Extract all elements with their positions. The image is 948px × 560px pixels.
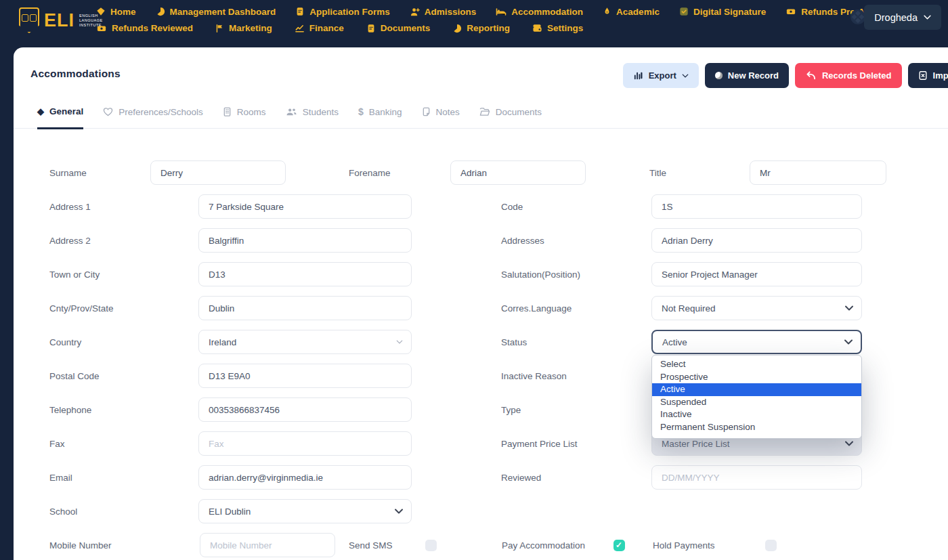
logo-abbr: ELI [44, 12, 74, 30]
address2-label: Address 2 [49, 236, 198, 246]
undo-arrow-icon [805, 70, 817, 81]
status-option-active[interactable]: Active [652, 383, 861, 396]
nav-row-1: Home Management Dashboard Application Fo… [96, 6, 898, 17]
form-file-icon [295, 7, 305, 16]
surname-input[interactable] [150, 160, 286, 185]
payment-price-list-label: Payment Price List [501, 439, 651, 449]
county-input[interactable] [198, 296, 412, 320]
tab-notes[interactable]: Notes [422, 105, 460, 128]
export-button[interactable]: Export [623, 63, 699, 88]
bed-icon [496, 6, 507, 17]
note-icon [422, 107, 431, 116]
diamond-icon: ◆ [37, 107, 44, 116]
forename-input[interactable] [450, 160, 586, 185]
chevron-down-icon [845, 305, 853, 311]
nav-item-marketing[interactable]: Marketing [215, 23, 272, 33]
nav-item-digital-signature[interactable]: Digital Signature [679, 7, 766, 17]
people-icon [286, 107, 297, 116]
heart-icon [103, 107, 113, 116]
chevron-down-icon [395, 509, 403, 514]
chevron-down-icon [682, 74, 689, 78]
tab-banking[interactable]: $ Banking [358, 105, 402, 128]
banknote-icon [96, 24, 107, 33]
app-grid-icon[interactable] [850, 9, 865, 24]
address1-label: Address 1 [49, 202, 198, 212]
flag-icon [215, 24, 224, 33]
status-option-suspended[interactable]: Suspended [652, 396, 861, 409]
reviewed-label: Reviewed [501, 473, 651, 483]
dollar-icon: $ [358, 106, 364, 117]
nav-item-refunds-reviewed[interactable]: Refunds Reviewed [96, 23, 193, 33]
hold-payments-label: Hold Payments [653, 540, 765, 551]
nav-row-2: Refunds Reviewed Marketing Finance Docum… [96, 23, 583, 33]
town-input[interactable] [198, 262, 412, 286]
tab-bar: ◆ General Preferences/Schools Rooms Stud… [14, 105, 948, 129]
status-option-prospective[interactable]: Prospective [652, 371, 861, 384]
general-form: Surname Forename Title Address 1 Code Ad… [14, 130, 948, 560]
chevron-down-icon [396, 340, 403, 344]
pie-chart-icon [156, 7, 165, 16]
banknote-icon [785, 7, 796, 16]
hold-payments-checkbox[interactable] [765, 540, 777, 551]
country-select[interactable]: Ireland [198, 330, 412, 354]
nav-item-home[interactable]: Home [96, 7, 136, 17]
nav-item-application-forms[interactable]: Application Forms [295, 7, 390, 17]
top-nav: ELI ENGLISHLANGUAGEINSTITUTE Home Manage… [0, 0, 948, 47]
nav-item-academic[interactable]: Academic [603, 7, 660, 17]
code-input[interactable] [651, 194, 862, 219]
tab-general[interactable]: ◆ General [37, 105, 83, 129]
nav-item-documents[interactable]: Documents [366, 23, 431, 33]
salutation-input[interactable] [651, 262, 862, 286]
status-option-select[interactable]: Select [652, 358, 861, 371]
inactive-reason-label: Inactive Reason [501, 371, 651, 381]
nav-item-admissions[interactable]: Admissions [410, 7, 477, 17]
tab-rooms[interactable]: Rooms [223, 105, 266, 128]
fax-input[interactable] [198, 431, 412, 456]
reviewed-date-input[interactable] [651, 465, 862, 490]
export-icon [633, 70, 643, 81]
accommodations-card: Accommodations Export New Record Records… [14, 47, 948, 560]
send-sms-label: Send SMS [349, 540, 425, 551]
corres-language-label: Corres.Language [501, 303, 651, 314]
tab-students[interactable]: Students [286, 105, 339, 128]
telephone-input[interactable] [198, 397, 412, 422]
tab-documents[interactable]: Documents [479, 105, 542, 128]
corres-language-select[interactable]: Not Required [651, 296, 862, 320]
records-deleted-button[interactable]: Records Deleted [795, 63, 902, 88]
page-title: Accommodations [30, 68, 121, 80]
title-label: Title [649, 168, 750, 178]
branch-selector-button[interactable]: Drogheda [864, 5, 941, 30]
nav-item-reporting[interactable]: Reporting [452, 23, 510, 33]
postal-code-input[interactable] [198, 364, 412, 388]
nav-item-finance[interactable]: Finance [295, 23, 344, 33]
school-select[interactable]: ELI Dublin [198, 499, 412, 523]
salutation-label: Salutation(Position) [501, 270, 651, 280]
address2-input[interactable] [198, 228, 412, 253]
import-button[interactable]: Import [908, 63, 948, 88]
document-icon [366, 24, 376, 33]
status-option-inactive[interactable]: Inactive [652, 408, 861, 421]
mobile-number-input[interactable] [200, 533, 335, 557]
eli-shield-icon [19, 7, 39, 33]
address1-input[interactable] [198, 194, 412, 219]
status-option-permanent-suspension[interactable]: Permanent Suspension [652, 421, 861, 434]
pie-chart-icon [452, 24, 462, 33]
chevron-down-icon [844, 339, 853, 345]
pay-accommodation-checkbox[interactable] [613, 540, 625, 551]
eli-logo[interactable]: ELI ENGLISHLANGUAGEINSTITUTE [19, 7, 103, 33]
status-select[interactable]: Active [651, 330, 862, 354]
tab-preferences-schools[interactable]: Preferences/Schools [103, 105, 203, 128]
email-input[interactable] [198, 465, 412, 490]
check-square-icon [679, 7, 689, 16]
addresses-input[interactable] [651, 228, 862, 253]
pen-nib-icon [603, 7, 611, 16]
type-label: Type [501, 405, 651, 415]
send-sms-checkbox[interactable] [425, 540, 437, 551]
new-record-button[interactable]: New Record [705, 63, 789, 88]
forename-label: Forename [349, 168, 450, 178]
nav-item-accommodation[interactable]: Accommodation [496, 6, 583, 17]
nav-item-settings[interactable]: Settings [532, 23, 583, 33]
wallet-icon [532, 23, 542, 33]
title-input[interactable] [750, 160, 886, 185]
nav-item-management-dashboard[interactable]: Management Dashboard [156, 7, 276, 17]
